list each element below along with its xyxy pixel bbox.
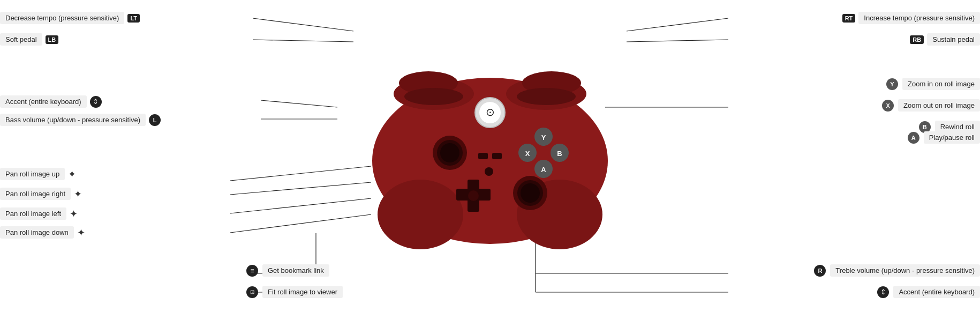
fit-roll-text: Fit roll image to viewer — [262, 286, 343, 298]
soft-pedal-text: Soft pedal — [0, 33, 42, 46]
l-stick-icon: L — [149, 114, 161, 126]
fit-icon: ⊡ — [246, 286, 258, 298]
dpad-rt-icon: ⇕ — [877, 286, 889, 298]
decrease-tempo-label: Decrease tempo (pressure sensitive) LT — [0, 12, 140, 24]
accent-right-text: Accent (entire keyboard) — [893, 286, 980, 298]
lb-icon: LB — [46, 35, 59, 44]
get-bookmark-text: Get bookmark link — [262, 264, 329, 277]
bass-volume-label: Bass volume (up/down - pressure sensitiv… — [0, 114, 161, 126]
svg-line-4 — [230, 166, 371, 181]
treble-volume-text: Treble volume (up/down - pressure sensit… — [830, 264, 980, 277]
pan-down-text: Pan roll image down — [0, 226, 74, 239]
y-button-icon: Y — [886, 78, 898, 90]
dpad-icon-right: ✦ — [74, 188, 82, 200]
svg-text:A: A — [541, 166, 546, 174]
svg-point-26 — [404, 88, 463, 105]
sustain-pedal-label: RB Sustain pedal — [910, 33, 980, 46]
pan-left-text: Pan roll image left — [0, 207, 66, 220]
svg-line-7 — [230, 214, 371, 233]
svg-point-27 — [517, 88, 576, 105]
rb-icon: RB — [910, 35, 924, 44]
svg-text:Y: Y — [541, 133, 546, 142]
pan-down-label: Pan roll image down ✦ — [0, 226, 85, 239]
bass-volume-text: Bass volume (up/down - pressure sensitiv… — [0, 114, 146, 126]
dpad-up-icon: ⇕ — [90, 96, 102, 108]
play-pause-text: Play/pause roll — [924, 131, 980, 144]
play-pause-label: A Play/pause roll — [908, 131, 980, 144]
fit-roll-label: ⊡ Fit roll image to viewer — [246, 286, 343, 298]
pan-right-label: Pan roll image right ✦ — [0, 188, 82, 200]
dpad-icon-up: ✦ — [68, 168, 76, 180]
svg-text:⊙: ⊙ — [486, 106, 495, 118]
accent-left-text: Accent (entire keyboard) — [0, 95, 87, 108]
r-stick-icon: R — [814, 265, 826, 277]
accent-left-label: Accent (entire keyboard) ⇕ — [0, 95, 102, 108]
svg-rect-41 — [492, 153, 502, 159]
svg-line-6 — [230, 198, 371, 213]
soft-pedal-label: Soft pedal LB — [0, 33, 58, 46]
zoom-in-text: Zoom in on roll image — [902, 78, 980, 90]
svg-text:X: X — [525, 150, 530, 158]
decrease-tempo-text: Decrease tempo (pressure sensitive) — [0, 12, 124, 24]
increase-tempo-text: Increase tempo (pressure sensitive) — [858, 12, 980, 24]
svg-point-39 — [468, 190, 479, 201]
x-button-icon: X — [882, 100, 894, 112]
svg-line-9 — [627, 40, 728, 42]
zoom-out-label: X Zoom out on roll image — [882, 99, 980, 112]
svg-text:B: B — [557, 150, 562, 158]
sustain-pedal-text: Sustain pedal — [927, 33, 980, 46]
get-bookmark-label: ≡ Get bookmark link — [246, 264, 329, 277]
dpad-icon-left: ✦ — [70, 208, 78, 220]
svg-line-2 — [261, 100, 337, 107]
hamburger-icon: ≡ — [246, 265, 258, 277]
accent-right-label: ⇕ Accent (entire keyboard) — [877, 286, 980, 298]
svg-line-8 — [627, 18, 728, 31]
a-button-icon: A — [908, 132, 919, 144]
svg-line-0 — [253, 18, 353, 31]
svg-line-1 — [253, 40, 353, 42]
svg-point-42 — [485, 167, 493, 176]
pan-right-text: Pan roll image right — [0, 188, 71, 200]
svg-rect-40 — [478, 153, 488, 159]
svg-point-20 — [378, 180, 463, 249]
svg-point-36 — [521, 183, 540, 203]
pan-left-label: Pan roll image left ✦ — [0, 207, 78, 220]
rt-icon: RT — [842, 14, 856, 23]
svg-point-33 — [440, 143, 459, 162]
lt-icon: LT — [127, 14, 140, 23]
zoom-out-text: Zoom out on roll image — [898, 99, 980, 112]
treble-volume-label: R Treble volume (up/down - pressure sens… — [814, 264, 980, 277]
svg-line-5 — [230, 182, 371, 195]
increase-tempo-label: RT Increase tempo (pressure sensitive) — [842, 12, 980, 24]
pan-up-text: Pan roll image up — [0, 168, 65, 180]
dpad-icon-down: ✦ — [77, 227, 85, 239]
pan-up-label: Pan roll image up ✦ — [0, 168, 76, 180]
zoom-in-label: Y Zoom in on roll image — [886, 78, 980, 90]
